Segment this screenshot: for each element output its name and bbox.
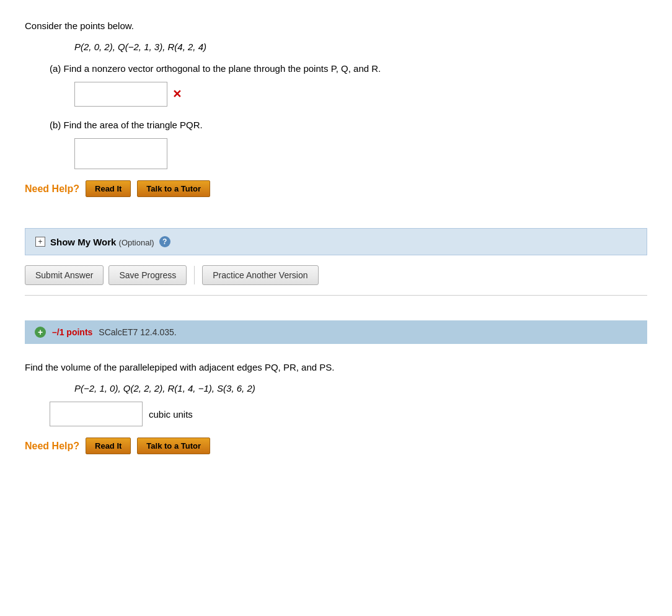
cubic-units-row: cubic units	[50, 402, 647, 426]
practice-another-version-button[interactable]: Practice Another Version	[202, 265, 318, 285]
read-it-button-2[interactable]: Read It	[86, 438, 131, 454]
cubic-units-input[interactable]	[50, 402, 143, 426]
need-help-label-2: Need Help?	[25, 441, 79, 452]
show-my-work-expand-btn[interactable]: +	[35, 237, 45, 247]
read-it-button-1[interactable]: Read It	[86, 180, 131, 197]
talk-tutor-button-1[interactable]: Talk to a Tutor	[137, 180, 210, 197]
problem-points: P(2, 0, 2), Q(−2, 1, 3), R(4, 2, 4)	[74, 38, 647, 55]
cubic-units-label: cubic units	[149, 409, 193, 420]
show-my-work-title: Show My Work (Optional)	[50, 237, 154, 247]
part-b-answer-row	[74, 138, 647, 169]
problem-2-points: P(−2, 1, 0), Q(2, 2, 2), R(1, 4, −1), S(…	[74, 380, 647, 397]
problem-intro: Consider the points below.	[25, 19, 647, 33]
save-progress-button[interactable]: Save Progress	[108, 265, 187, 285]
problem-2-header: + –/1 points SCalcET7 12.4.035.	[25, 320, 647, 344]
problem-2-section: Find the volume of the parallelepiped wi…	[25, 354, 647, 467]
button-separator	[194, 266, 195, 284]
problem-id: SCalcET7 12.4.035.	[99, 327, 176, 337]
talk-tutor-button-2[interactable]: Talk to a Tutor	[137, 438, 210, 454]
problem-1-section: Consider the points below. P(2, 0, 2), Q…	[25, 12, 647, 320]
points-text-badge: –/1 points	[52, 327, 92, 337]
need-help-row-1: Need Help? Read It Talk to a Tutor	[25, 180, 647, 197]
need-help-row-2: Need Help? Read It Talk to a Tutor	[25, 438, 647, 454]
need-help-label-1: Need Help?	[25, 183, 79, 195]
submit-row: Submit Answer Save Progress Practice Ano…	[25, 265, 647, 296]
part-a-input[interactable]	[74, 82, 167, 107]
part-a-answer-row: ✕	[74, 82, 647, 107]
part-b-label: (b) Find the area of the triangle PQR.	[50, 117, 647, 133]
error-icon: ✕	[172, 87, 182, 101]
problem-2-expand-icon[interactable]: +	[35, 327, 46, 338]
points-text: P(2, 0, 2), Q(−2, 1, 3), R(4, 2, 4)	[74, 42, 206, 52]
optional-label: (Optional)	[119, 238, 154, 247]
problem-2-intro: Find the volume of the parallelepiped wi…	[25, 360, 647, 375]
show-my-work-help-icon[interactable]: ?	[159, 236, 170, 247]
part-a-label: (a) Find a nonzero vector orthogonal to …	[50, 60, 647, 77]
show-my-work-bar: + Show My Work (Optional) ?	[25, 228, 647, 255]
part-b-input[interactable]	[74, 138, 167, 169]
submit-answer-button[interactable]: Submit Answer	[25, 265, 104, 285]
